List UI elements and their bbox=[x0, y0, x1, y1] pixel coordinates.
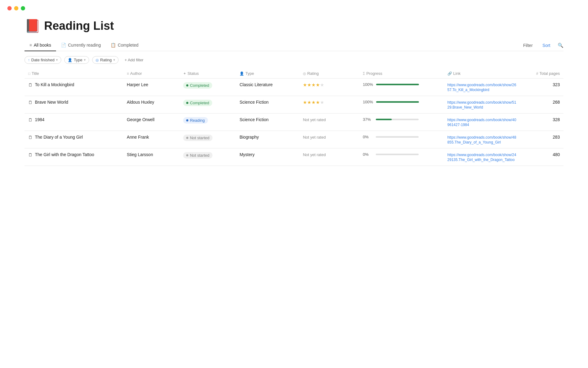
tabs-left: ≡ All books 📄 Currently reading 📋 Comple… bbox=[24, 40, 143, 51]
type-label: Science Fiction bbox=[239, 100, 269, 105]
filter-button[interactable]: Filter bbox=[521, 42, 535, 49]
book-title[interactable]: 1984 bbox=[35, 117, 44, 122]
table-row: 🗒 The Girl with the Dragon Tattoo Stieg … bbox=[24, 148, 564, 166]
cell-rating: Not yet rated bbox=[299, 131, 359, 148]
traffic-light-close[interactable] bbox=[7, 6, 12, 10]
author-name: Stieg Larsson bbox=[127, 152, 153, 157]
col-header-status: ✦Status bbox=[179, 69, 236, 79]
status-label: Not started bbox=[190, 153, 209, 158]
status-badge[interactable]: Reading bbox=[183, 117, 208, 124]
traffic-light-minimize[interactable] bbox=[14, 6, 18, 10]
tab-all-books-icon: ≡ bbox=[29, 43, 32, 48]
rating-stars: ★★★★★ bbox=[303, 100, 324, 105]
cell-progress: 100% bbox=[359, 96, 444, 113]
status-col-icon: ✦ bbox=[183, 71, 186, 76]
book-title[interactable]: The Diary of a Young Girl bbox=[35, 135, 83, 140]
tab-all-books-label: All books bbox=[34, 43, 51, 48]
author-name: George Orwell bbox=[127, 117, 154, 122]
cell-title: 🗒 Brave New World bbox=[24, 96, 123, 113]
book-title[interactable]: The Girl with the Dragon Tattoo bbox=[35, 152, 94, 157]
page-header: 📕 Reading List bbox=[24, 18, 564, 33]
tab-currently-reading[interactable]: 📄 Currently reading bbox=[56, 40, 106, 51]
cell-total-pages: 323 bbox=[521, 79, 564, 96]
cell-title: 🗒 The Girl with the Dragon Tattoo bbox=[24, 148, 123, 166]
book-icon: 🗒 bbox=[28, 135, 32, 140]
cell-type: Classic Literature bbox=[236, 79, 299, 96]
traffic-lights bbox=[0, 0, 588, 13]
col-header-progress: ΣProgress bbox=[359, 69, 444, 79]
book-title[interactable]: To Kill a Mockingbird bbox=[35, 82, 74, 87]
total-pages-value: 268 bbox=[553, 100, 560, 105]
add-filter-label: + Add filter bbox=[125, 58, 144, 62]
status-badge[interactable]: Not started bbox=[183, 152, 213, 159]
cell-author: Anne Frank bbox=[123, 131, 179, 148]
book-link[interactable]: https://www.goodreads.com/book/show/4885… bbox=[447, 135, 516, 144]
filter-date-finished[interactable]: ↑ Date finished ▾ bbox=[24, 56, 61, 64]
table-row: 🗒 The Diary of a Young Girl Anne Frank N… bbox=[24, 131, 564, 148]
type-filter-chevron-icon: ▾ bbox=[84, 58, 86, 62]
traffic-light-maximize[interactable] bbox=[21, 6, 25, 10]
cell-link: https://www.goodreads.com/book/show/2657… bbox=[444, 79, 521, 96]
status-label: Reading bbox=[190, 118, 205, 123]
book-link[interactable]: https://www.goodreads.com/book/show/2429… bbox=[447, 153, 516, 162]
status-badge[interactable]: Not started bbox=[183, 135, 213, 141]
rating-not-rated: Not yet rated bbox=[303, 117, 326, 122]
cell-status: Reading bbox=[179, 113, 236, 131]
progress-label: 100% bbox=[363, 82, 373, 87]
progress-bar-fill bbox=[376, 101, 419, 103]
rating-not-rated: Not yet rated bbox=[303, 135, 326, 140]
link-col-icon: 🔗 bbox=[447, 71, 452, 76]
status-dot bbox=[186, 119, 188, 121]
search-icon[interactable]: 🔍 bbox=[558, 43, 564, 48]
book-link[interactable]: https://www.goodreads.com/book/show/2657… bbox=[447, 83, 516, 92]
add-filter-button[interactable]: + Add filter bbox=[122, 56, 147, 63]
rating-filter-icon: ◎ bbox=[96, 58, 99, 62]
filters-row: ↑ Date finished ▾ 👤 Type ▾ ◎ Rating ▾ + … bbox=[24, 56, 564, 64]
total-pages-value: 328 bbox=[553, 117, 560, 122]
cell-author: Harper Lee bbox=[123, 79, 179, 96]
progress-bar-bg bbox=[376, 154, 419, 155]
filter-rating[interactable]: ◎ Rating ▾ bbox=[92, 56, 119, 64]
status-badge[interactable]: Completed bbox=[183, 82, 212, 89]
progress-label: 37% bbox=[363, 117, 373, 122]
page-icon: 📕 bbox=[24, 18, 40, 33]
book-title[interactable]: Brave New World bbox=[35, 100, 68, 105]
progress-bar-bg bbox=[376, 101, 419, 103]
cell-total-pages: 268 bbox=[521, 96, 564, 113]
tab-completed[interactable]: 📋 Completed bbox=[106, 40, 143, 51]
cell-rating: ★★★★★ bbox=[299, 79, 359, 96]
cell-total-pages: 328 bbox=[521, 113, 564, 131]
status-dot bbox=[186, 154, 188, 156]
cell-type: Science Fiction bbox=[236, 96, 299, 113]
progress-label: 100% bbox=[363, 100, 373, 104]
rating-not-rated: Not yet rated bbox=[303, 152, 326, 157]
book-link[interactable]: https://www.goodreads.com/book/show/5129… bbox=[447, 100, 516, 109]
type-label: Biography bbox=[239, 135, 259, 140]
cell-type: Science Fiction bbox=[236, 113, 299, 131]
cell-link: https://www.goodreads.com/book/show/4096… bbox=[444, 113, 521, 131]
sort-button[interactable]: Sort bbox=[540, 42, 553, 49]
cell-status: Completed bbox=[179, 79, 236, 96]
book-icon: 🗒 bbox=[28, 117, 32, 122]
progress-bar-fill bbox=[376, 84, 419, 85]
total-pages-value: 283 bbox=[553, 135, 560, 140]
col-header-total-pages: #Total pages bbox=[521, 69, 564, 79]
author-name: Anne Frank bbox=[127, 135, 149, 140]
col-header-type: 👤Type bbox=[236, 69, 299, 79]
cell-status: Not started bbox=[179, 148, 236, 166]
cell-rating: Not yet rated bbox=[299, 113, 359, 131]
table-row: 🗒 Brave New World Aldous Huxley Complete… bbox=[24, 96, 564, 113]
table-row: 🗒 To Kill a Mockingbird Harper Lee Compl… bbox=[24, 79, 564, 96]
col-header-rating: ◎Rating bbox=[299, 69, 359, 79]
filter-type[interactable]: 👤 Type ▾ bbox=[64, 56, 89, 64]
cell-link: https://www.goodreads.com/book/show/2429… bbox=[444, 148, 521, 166]
progress-bar-bg bbox=[376, 84, 419, 85]
cell-status: Not started bbox=[179, 131, 236, 148]
tab-completed-label: Completed bbox=[118, 43, 138, 48]
tab-all-books[interactable]: ≡ All books bbox=[24, 40, 56, 51]
status-badge[interactable]: Completed bbox=[183, 100, 212, 106]
type-col-icon: 👤 bbox=[239, 71, 244, 76]
books-table: □Title ≡Author ✦Status 👤Type ◎Rating ΣPr… bbox=[24, 69, 564, 166]
book-link[interactable]: https://www.goodreads.com/book/show/4096… bbox=[447, 118, 516, 127]
book-icon: 🗒 bbox=[28, 100, 32, 105]
